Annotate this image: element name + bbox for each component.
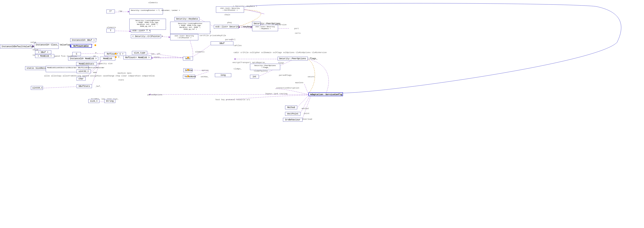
edge-label-maxconn: maxConn xyxy=(295,82,304,84)
node-char: char xyxy=(76,77,86,81)
edge-label-pkey: pkey xyxy=(227,22,232,24)
orange-dot-3 xyxy=(115,53,116,55)
node-refcountable: RefCountable xyxy=(70,44,92,48)
node-security-keydata: std::list< Security ::KeyData > xyxy=(214,25,239,29)
node-yesnonone: long xyxy=(215,73,231,77)
svg-marker-6 xyxy=(234,58,236,60)
edge-label-point: point xyxy=(304,113,310,115)
edge-label-maxsize: maxSize npos xyxy=(118,72,132,74)
edge-label-parsedcrl: parsedCrl xyxy=(225,39,236,41)
diagram-container: elements < Security::KeyData > raw chain… xyxy=(0,0,644,228)
edge-label-bypass: bypass ipv6 routing xyxy=(266,93,288,95)
edge-label-sethow: setHow_ xyxy=(201,76,209,78)
svg-marker-10 xyxy=(169,36,170,38)
edge-label-len: len_ off_ xyxy=(151,53,162,55)
node-t-star: T* xyxy=(106,9,115,13)
edge-label-stats2: stats xyxy=(118,79,124,81)
node-c: C xyxy=(72,52,81,56)
node-security-crlpointer: < Security::CrlPointer > xyxy=(131,34,161,38)
node-std-list-crlpointer: std::list< Security::CrlPointer > xyxy=(170,34,198,40)
edge-label-connencryption: _connectionEncryption xyxy=(275,87,299,89)
edge-label-option: option xyxy=(202,69,208,72)
orange-dot-5 xyxy=(187,69,189,71)
node-vectpoint: VectPoint xyxy=(285,112,300,116)
node-instanceid-sbuf: InstanceId< SBuf > xyxy=(70,38,96,42)
node-privatekeypointer: Security::KeyData xyxy=(174,17,199,21)
edge-label-p: P_ xyxy=(95,52,98,54)
edge-label-cadir: caDir crlFile sslCipher sslDomain sslFla… xyxy=(234,52,326,54)
edge-label-certfile: certFile privateKeyFile xyxy=(200,35,226,37)
svg-marker-1 xyxy=(128,11,129,12)
node-security-peeroptions-flags: Security::PeerOptions::flags_ xyxy=(250,64,280,70)
node-srvbehaviour: SrvBehaviour xyxy=(283,118,302,122)
edge-label-parsedflags: parsedFlags xyxy=(279,74,292,76)
edge-label-mem: mem xyxy=(93,72,96,74)
node-sbufstats: SBufStats xyxy=(76,84,92,88)
node-memblob: MemBlob xyxy=(100,57,115,61)
node-uint64-t: uint64_t xyxy=(31,86,43,90)
connections-svg xyxy=(0,0,644,228)
node-memblob-angle: < MemBlob > xyxy=(35,54,54,58)
edge-label-elements4: elements xyxy=(195,51,204,53)
node-string: String xyxy=(104,99,115,103)
node-size-t: size_t xyxy=(88,99,99,103)
edge-label-host: host key protocol resource uri xyxy=(216,99,250,101)
edge-label-parsedoptions: parsedOptions xyxy=(148,94,162,96)
node-std-list-certpointer: std::list< Security::CertPointer > xyxy=(216,6,244,13)
node-std-list-keydata: std::list< Security::KeyData > xyxy=(252,25,278,31)
edge-label-tlsdefaultca: tlsDefaultCa xyxy=(254,70,268,72)
node-int: Security::PeerOptions xyxy=(252,22,260,25)
blue-dot-1 xyxy=(70,45,72,47)
node-t: T xyxy=(106,29,115,32)
node-long: int xyxy=(250,75,259,79)
edge-label-tlsnpn: tlsNpn_ xyxy=(234,68,242,70)
node-security-peeroptions: Security::PeerOptions ::flags_ xyxy=(278,57,308,61)
node-instanceid-memblob: InstanceId< MemBlob > xyxy=(68,57,98,61)
edge-label-alloc2: alloc allocCopy allocFromCString append … xyxy=(44,75,154,77)
node-refcount-memblob: RefCount< MemBlob > xyxy=(124,56,152,59)
node-method: Method xyxy=(285,106,297,109)
node-instanceiddefaultvaluetype: InstanceIdDefaultValueType xyxy=(0,45,32,48)
edge-label-store: store_ xyxy=(154,56,161,58)
orange-dot-6 xyxy=(187,75,189,77)
orange-dot-2 xyxy=(115,56,116,58)
node-std-list-sbuf: SBuf xyxy=(210,41,234,45)
edge-label-port: port xyxy=(294,28,299,30)
node-security-lockingpointer-t: Security::LockingPointer < T, UnLocker, … xyxy=(129,8,163,14)
edge-label-certs: certs xyxy=(295,32,300,34)
node-sethow: YesNoNone xyxy=(183,75,195,79)
edge-label-buf: _buf_ xyxy=(95,85,101,88)
edge-label-cafiles: caFiles xyxy=(234,45,242,47)
edge-label-encrypt: encryptTransport optsReparse_ xyxy=(232,62,266,64)
node-instanceid-class-valuetype: InstanceId< Class, ValueType > xyxy=(34,43,59,49)
edge-label-elements2: elements xyxy=(107,26,116,29)
node-size-type: size_type xyxy=(132,51,147,55)
node-adaptation-serviceconfig: Adaptation::ServiceConfig xyxy=(308,92,343,96)
edge-label-p2: P_ xyxy=(118,56,121,58)
node-uint32-t: uint32_t xyxy=(76,69,91,73)
node-security-lockingpointer-x509: Security::LockingPointer< X509, X509_fre… xyxy=(129,19,166,30)
edge-label-raw: raw xyxy=(119,10,122,12)
orange-dot-1 xyxy=(94,44,96,46)
node-security-lockingpointer-certpointer: Security::LockingPointer< X509, X509_fre… xyxy=(170,22,210,34)
node-sbuf-angle: < SBuf > xyxy=(35,50,51,54)
svg-marker-2 xyxy=(129,30,131,32)
edge-label-method: method xyxy=(302,108,308,110)
edge-label-chain: chain xyxy=(224,14,230,16)
node-memblobstats: MemBlobStats xyxy=(76,62,97,66)
orange-dot-4 xyxy=(187,57,189,58)
edge-label-secure: secure xyxy=(308,76,314,78)
edge-label-elements: elements xyxy=(148,2,158,4)
